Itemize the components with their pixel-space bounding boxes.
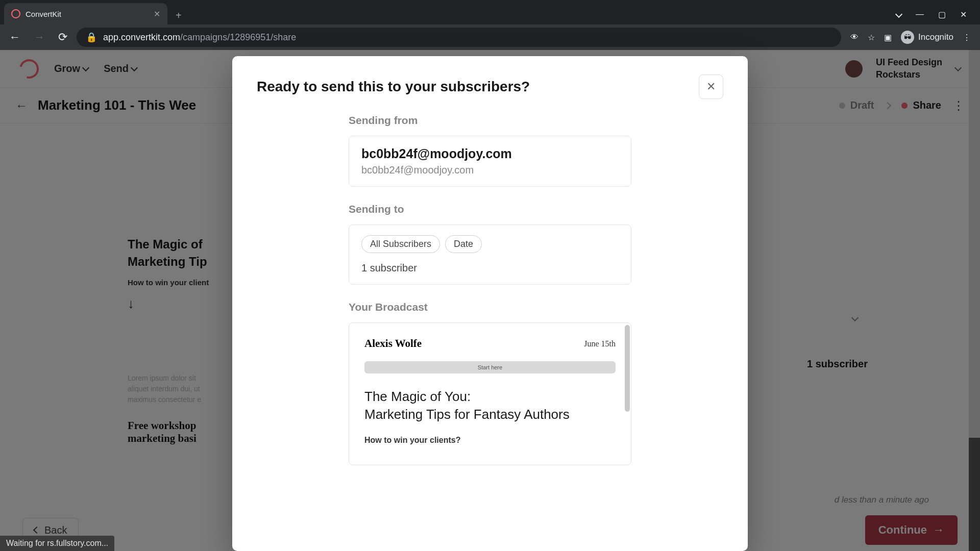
filter-tag-date[interactable]: Date (445, 235, 482, 253)
sending-from-label: Sending from (349, 114, 631, 127)
send-modal: Ready to send this to your subscribers? … (232, 56, 748, 551)
broadcast-date: June 15th (584, 339, 616, 348)
new-tab-button[interactable]: + (173, 7, 185, 24)
browser-chrome: ConvertKit + — ▢ ← → ⟳ 🔒 app.convertkit.… (0, 0, 980, 50)
scrollbar[interactable] (625, 325, 630, 412)
browser-menu-icon[interactable]: ⋮ (963, 33, 971, 42)
minimize-icon[interactable]: — (916, 10, 924, 19)
from-email: bc0bb24f@moodjoy.com (361, 164, 619, 176)
broadcast-title: The Magic of You: Marketing Tips for Fan… (364, 388, 616, 423)
maximize-icon[interactable]: ▢ (938, 10, 946, 19)
sending-to-card[interactable]: All Subscribers Date 1 subscriber (349, 224, 631, 285)
broadcast-sub: How to win your clients? (364, 436, 616, 445)
browser-toolbar: ← → ⟳ 🔒 app.convertkit.com/campaigns/128… (0, 24, 980, 50)
url-bar[interactable]: 🔒 app.convertkit.com/campaigns/12896951/… (77, 28, 841, 47)
bookmark-icon[interactable]: ☆ (868, 33, 875, 42)
lock-icon: 🔒 (86, 32, 97, 43)
from-name: bc0bb24f@moodjoy.com (361, 146, 619, 161)
close-window-icon[interactable] (960, 10, 967, 19)
url-path: /campaigns/12896951/share (180, 32, 296, 42)
toolbar-icons: 👁 ☆ ▣ 🕶 Incognito ⋮ (846, 31, 975, 44)
sending-from-card[interactable]: bc0bb24f@moodjoy.com bc0bb24f@moodjoy.co… (349, 136, 631, 187)
back-icon[interactable]: ← (5, 28, 24, 47)
incognito-eye-icon[interactable]: 👁 (850, 33, 859, 42)
scroll-handle[interactable] (969, 50, 980, 438)
tab-bar: ConvertKit + — ▢ (0, 0, 980, 24)
app-viewport: Grow Send UI Feed Design Rockstars ← Mar… (0, 50, 980, 551)
modal-title: Ready to send this to your subscribers? (257, 79, 530, 95)
filter-tag-all[interactable]: All Subscribers (361, 235, 440, 253)
close-modal-button[interactable] (699, 74, 723, 99)
incognito-badge[interactable]: 🕶 Incognito (901, 31, 953, 44)
sending-to-label: Sending to (349, 203, 631, 215)
browser-tab[interactable]: ConvertKit (4, 3, 167, 24)
incognito-icon: 🕶 (901, 31, 914, 44)
window-controls: — ▢ (896, 10, 976, 24)
broadcast-author: Alexis Wolfe (364, 337, 422, 350)
side-panel-icon[interactable]: ▣ (884, 33, 892, 42)
close-tab-icon[interactable] (154, 9, 160, 19)
subscriber-count: 1 subscriber (361, 262, 619, 274)
broadcast-label: Your Broadcast (349, 301, 631, 313)
tabs-dropdown-icon[interactable] (896, 10, 901, 19)
favicon (11, 9, 20, 18)
incognito-label: Incognito (918, 32, 953, 42)
broadcast-cta-pill[interactable]: Start here (364, 361, 616, 373)
page-scrollbar[interactable] (969, 50, 980, 551)
tab-title: ConvertKit (26, 10, 61, 18)
reload-icon[interactable]: ⟳ (54, 28, 71, 47)
status-bar: Waiting for rs.fullstory.com... (0, 536, 114, 551)
broadcast-preview: Alexis Wolfe June 15th Start here The Ma… (349, 322, 631, 465)
url-domain: app.convertkit.com (103, 32, 180, 42)
forward-icon: → (30, 28, 49, 47)
